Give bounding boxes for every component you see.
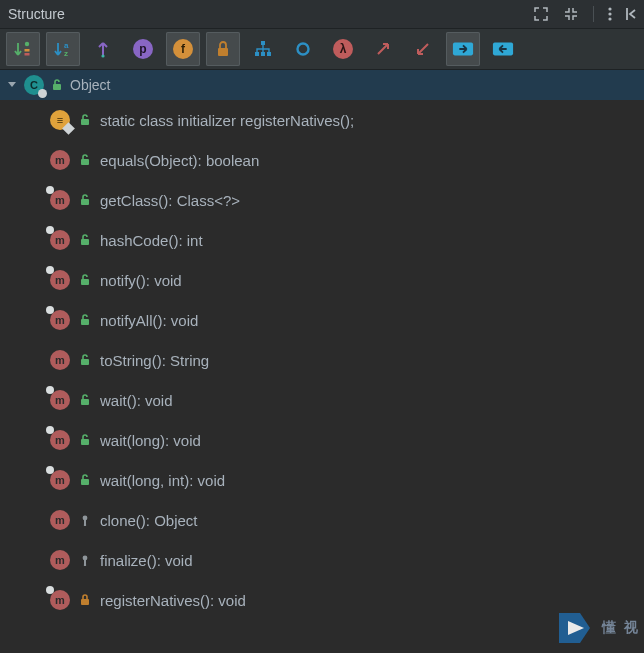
chevron-down-icon[interactable] [6, 77, 18, 93]
method-icon: m [50, 390, 70, 410]
member-signature: notify(): void [100, 272, 182, 289]
method-icon: m [50, 550, 70, 570]
member-row[interactable]: mwait(long): void [0, 420, 644, 460]
member-signature: notifyAll(): void [100, 312, 198, 329]
autoscroll-to-source-button[interactable] [446, 32, 480, 66]
svg-rect-12 [255, 52, 259, 56]
panel-titlebar: Structure [0, 0, 644, 28]
svg-rect-20 [81, 159, 89, 165]
svg-rect-18 [53, 84, 61, 90]
collapse-all-button[interactable] [406, 32, 440, 66]
separator [593, 6, 594, 22]
public-icon [78, 114, 92, 126]
watermark-text: 懂 视 [602, 619, 640, 637]
member-signature: hashCode(): int [100, 232, 203, 249]
show-nonpublic-button[interactable] [206, 32, 240, 66]
hide-icon[interactable] [626, 7, 636, 21]
public-icon [78, 394, 92, 406]
public-icon [50, 79, 64, 91]
member-signature: wait(long, int): void [100, 472, 225, 489]
protected-icon [78, 554, 92, 566]
svg-point-2 [608, 17, 611, 20]
svg-rect-26 [81, 399, 89, 405]
expand-icon[interactable] [533, 6, 549, 22]
member-signature: equals(Object): boolean [100, 152, 259, 169]
svg-rect-11 [261, 41, 265, 45]
svg-rect-10 [218, 48, 228, 56]
member-row[interactable]: mhashCode(): int [0, 220, 644, 260]
member-signature: finalize(): void [100, 552, 193, 569]
member-row[interactable]: mnotify(): void [0, 260, 644, 300]
svg-point-0 [608, 7, 611, 10]
method-icon: m [50, 150, 70, 170]
collapse-icon[interactable] [563, 6, 579, 22]
method-icon: m [50, 470, 70, 490]
member-row[interactable]: mequals(Object): boolean [0, 140, 644, 180]
panel-title: Structure [8, 6, 65, 22]
watermark: 懂 视 [554, 607, 640, 649]
member-row[interactable]: mregisterNatives(): void [0, 580, 644, 620]
member-signature: wait(long): void [100, 432, 201, 449]
svg-point-1 [608, 12, 611, 15]
svg-point-4 [25, 42, 29, 46]
method-icon: m [50, 350, 70, 370]
initializer-icon: ≡ [50, 110, 70, 130]
public-icon [78, 474, 92, 486]
member-signature: registerNatives(): void [100, 592, 246, 609]
show-lambdas-button[interactable]: λ [326, 32, 360, 66]
public-icon [78, 234, 92, 246]
public-icon [78, 314, 92, 326]
expand-all-button[interactable] [366, 32, 400, 66]
svg-rect-13 [261, 52, 265, 56]
svg-rect-22 [81, 239, 89, 245]
svg-rect-14 [267, 52, 271, 56]
show-inherited-button[interactable] [86, 32, 120, 66]
member-row[interactable]: mclone(): Object [0, 500, 644, 540]
public-icon [78, 274, 92, 286]
structure-toolbar: a z p f λ [0, 28, 644, 70]
member-row[interactable]: mwait(long, int): void [0, 460, 644, 500]
protected-icon [78, 514, 92, 526]
member-row[interactable]: mnotifyAll(): void [0, 300, 644, 340]
public-icon [78, 194, 92, 206]
method-icon: m [50, 230, 70, 250]
svg-rect-25 [81, 359, 89, 365]
member-signature: clone(): Object [100, 512, 198, 529]
svg-point-9 [101, 54, 104, 57]
svg-rect-19 [81, 119, 89, 125]
svg-rect-21 [81, 199, 89, 205]
sort-by-visibility-button[interactable] [6, 32, 40, 66]
sort-alphabetically-button[interactable]: a z [46, 32, 80, 66]
more-icon[interactable] [608, 7, 612, 21]
public-icon [78, 154, 92, 166]
member-row[interactable]: mfinalize(): void [0, 540, 644, 580]
autoscroll-from-source-button[interactable] [486, 32, 520, 66]
svg-rect-5 [25, 49, 30, 52]
show-structure-button[interactable] [246, 32, 280, 66]
class-icon: C [24, 75, 44, 95]
member-signature: getClass(): Class<?> [100, 192, 240, 209]
member-row[interactable]: mtoString(): String [0, 340, 644, 380]
titlebar-actions [533, 6, 636, 22]
svg-point-15 [298, 44, 309, 55]
svg-rect-6 [25, 53, 30, 56]
class-node[interactable]: C Object [0, 70, 644, 100]
member-signature: toString(): String [100, 352, 209, 369]
structure-tree[interactable]: C Object ≡static class initializer regis… [0, 70, 644, 620]
svg-rect-35 [81, 599, 89, 605]
method-icon: m [50, 430, 70, 450]
member-row[interactable]: ≡static class initializer registerNative… [0, 100, 644, 140]
member-row[interactable]: mwait(): void [0, 380, 644, 420]
method-icon: m [50, 590, 70, 610]
svg-rect-23 [81, 279, 89, 285]
public-icon [78, 434, 92, 446]
method-icon: m [50, 310, 70, 330]
show-properties-button[interactable]: p [126, 32, 160, 66]
member-row[interactable]: mgetClass(): Class<?> [0, 180, 644, 220]
svg-rect-27 [81, 439, 89, 445]
show-circle-button[interactable] [286, 32, 320, 66]
public-icon [78, 354, 92, 366]
method-icon: m [50, 270, 70, 290]
show-fields-button[interactable]: f [166, 32, 200, 66]
member-signature: static class initializer registerNatives… [100, 112, 354, 129]
